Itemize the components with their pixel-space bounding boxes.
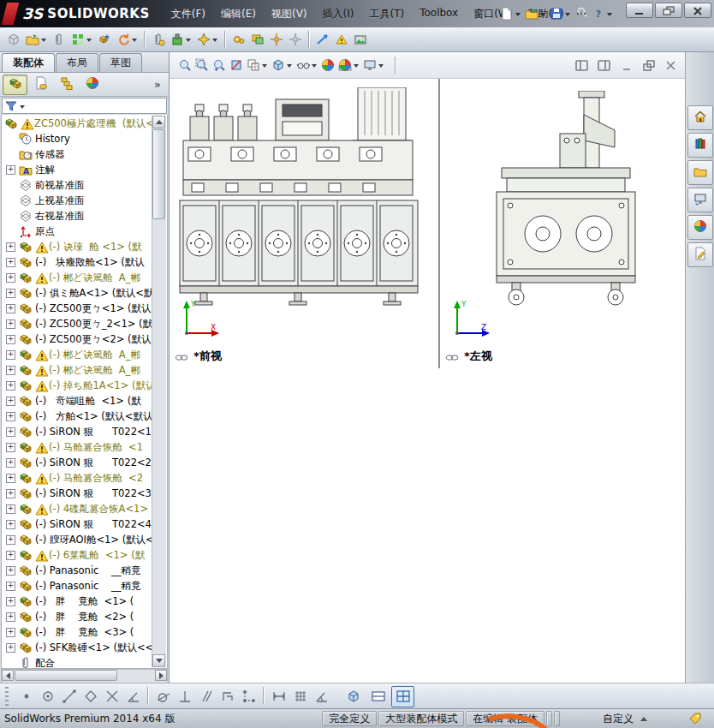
doc-close-button[interactable]: [661, 58, 680, 72]
parallel-button[interactable]: [196, 687, 216, 707]
expand-toggle[interactable]: +: [6, 520, 15, 529]
doc-restore-button[interactable]: [639, 58, 657, 72]
edit-component-button[interactable]: [96, 28, 113, 51]
tree-item[interactable]: +(-) Panasonic __稍竟: [3, 563, 152, 578]
tree-item[interactable]: +(-) 竒端咀舱 <1> (默: [3, 393, 152, 409]
view-single-button[interactable]: [342, 686, 365, 707]
angle-button[interactable]: [123, 687, 143, 707]
tab-sketch[interactable]: 草图: [99, 53, 142, 72]
expand-toggle[interactable]: +: [6, 612, 15, 622]
tree-item[interactable]: +(-) ZC500更ㄅ<1> (默认<: [3, 301, 152, 316]
expand-toggle[interactable]: +: [6, 643, 15, 653]
previous-view-button[interactable]: [211, 54, 228, 76]
close-button[interactable]: [684, 3, 711, 18]
dimension-button[interactable]: [269, 687, 289, 707]
expand-toggle[interactable]: +: [6, 319, 15, 329]
hscroll-thumb[interactable]: [15, 670, 117, 681]
expand-toggle[interactable]: +: [6, 582, 15, 591]
tangent-button[interactable]: [153, 687, 173, 707]
tree-item[interactable]: 配合: [3, 655, 152, 669]
menu-item[interactable]: 文件(F): [164, 4, 213, 23]
expand-toggle[interactable]: +: [6, 397, 15, 406]
expand-toggle[interactable]: +: [6, 350, 15, 360]
angle-measure-button[interactable]: [312, 687, 331, 707]
tree-item[interactable]: +A注解: [3, 162, 152, 177]
line-button[interactable]: [59, 687, 79, 707]
point-button[interactable]: [16, 687, 36, 707]
minimize-button[interactable]: [626, 3, 653, 18]
expand-toggle[interactable]: +: [6, 366, 15, 375]
viewport-top[interactable]: XZ *上视: [170, 367, 438, 368]
measure-button[interactable]: [314, 28, 331, 51]
tree-item[interactable]: +(-) Panasonic __稍竟: [3, 578, 152, 594]
menu-item[interactable]: 插入(I): [315, 4, 362, 23]
tree-item[interactable]: History: [3, 131, 152, 146]
interference-detection-button[interactable]: [333, 28, 350, 51]
tree-item[interactable]: +(-) SiRON 狠 T022<3: [3, 486, 152, 501]
displaymanager-button[interactable]: [80, 75, 104, 95]
view-palette-button[interactable]: [687, 188, 713, 212]
tree-horizontal-scrollbar[interactable]: [1, 669, 168, 683]
tree-item[interactable]: +(-) 胖 竟舱 <2> (: [3, 609, 152, 624]
mate-button[interactable]: [150, 28, 167, 51]
dropdown-caret-icon[interactable]: [565, 13, 570, 16]
scroll-thumb[interactable]: [152, 129, 165, 219]
dropdown-caret-icon[interactable]: [354, 64, 359, 68]
tree-item[interactable]: +(-) 方舶<1> (默认<默认: [3, 409, 152, 424]
scroll-right-button[interactable]: [155, 670, 167, 681]
tree-item[interactable]: +(-) 俱ミ舱A<1> (默认<默: [3, 285, 152, 301]
expand-toggle[interactable]: +: [6, 335, 15, 344]
motion-study-button[interactable]: [230, 28, 247, 51]
circle-button[interactable]: [38, 687, 57, 707]
expand-toggle[interactable]: +: [6, 412, 15, 421]
tree-item[interactable]: +(-) 掉ち舱1A<1> (默认: [3, 378, 152, 393]
display-states-button[interactable]: [249, 28, 266, 51]
tree-item[interactable]: +(-) 4磼亃篡合恢A<1>: [3, 501, 152, 516]
menu-item[interactable]: 视图(V): [264, 4, 315, 23]
expand-toggle[interactable]: +: [6, 566, 15, 576]
options-button[interactable]: [573, 3, 590, 24]
rotate-component-button[interactable]: [115, 28, 140, 51]
trim-button[interactable]: [102, 687, 122, 707]
edit-appearance-button[interactable]: [319, 54, 336, 76]
expand-toggle[interactable]: +: [6, 443, 15, 452]
zoom-area-button[interactable]: [193, 54, 211, 76]
dropdown-caret-icon[interactable]: [212, 39, 217, 42]
tree-item[interactable]: 上视基准面: [3, 193, 152, 208]
tree-item[interactable]: 传感器: [3, 146, 152, 162]
save-button[interactable]: [548, 3, 573, 24]
collapse-right-button[interactable]: [594, 58, 613, 72]
custom-dropdown[interactable]: 自定义: [568, 712, 681, 726]
tree-item[interactable]: 前视基准面: [3, 177, 152, 193]
tree-item[interactable]: +(-) 马舱篡合恢舱 <1: [3, 439, 152, 455]
dropdown-caret-icon[interactable]: [186, 39, 191, 42]
design-library-button[interactable]: [687, 133, 713, 158]
reference-geometry-button[interactable]: [195, 28, 220, 51]
configurationmanager-button[interactable]: [54, 75, 79, 95]
spline-points-button[interactable]: [239, 687, 259, 707]
help-button[interactable]: ?: [590, 3, 615, 24]
tree-item[interactable]: +(-) 胖 竟舱 <1> (: [3, 594, 152, 609]
dropdown-caret-icon[interactable]: [515, 13, 521, 16]
exploded-view-button[interactable]: [268, 28, 285, 51]
expand-toggle[interactable]: +: [6, 458, 15, 468]
expand-toggle[interactable]: +: [6, 504, 15, 514]
expand-toggle[interactable]: +: [6, 258, 15, 267]
tree-root-item[interactable]: ZC500極片處理機 (默认<5: [3, 116, 152, 131]
menu-item[interactable]: 编辑(E): [213, 4, 264, 23]
dropdown-caret-icon[interactable]: [86, 39, 92, 42]
expand-toggle[interactable]: +: [6, 165, 15, 175]
tree-item[interactable]: +(-) 胖 竟舱 <3> (: [3, 624, 152, 640]
tag-icon[interactable]: [688, 712, 702, 725]
dropdown-caret-icon[interactable]: [540, 13, 545, 16]
perpendicular-button[interactable]: [175, 687, 194, 707]
dropdown-caret-icon[interactable]: [262, 64, 267, 68]
tree-item[interactable]: 右视基准面: [3, 208, 152, 224]
dropdown-caret-icon[interactable]: [378, 64, 384, 68]
menu-item[interactable]: Toolbox: [412, 4, 466, 23]
view-two-button[interactable]: [366, 686, 390, 707]
expand-toggle[interactable]: +: [6, 381, 15, 391]
component-pattern-button[interactable]: [69, 28, 94, 51]
expand-toggle[interactable]: +: [6, 304, 15, 313]
dropdown-caret-icon[interactable]: [607, 13, 612, 16]
